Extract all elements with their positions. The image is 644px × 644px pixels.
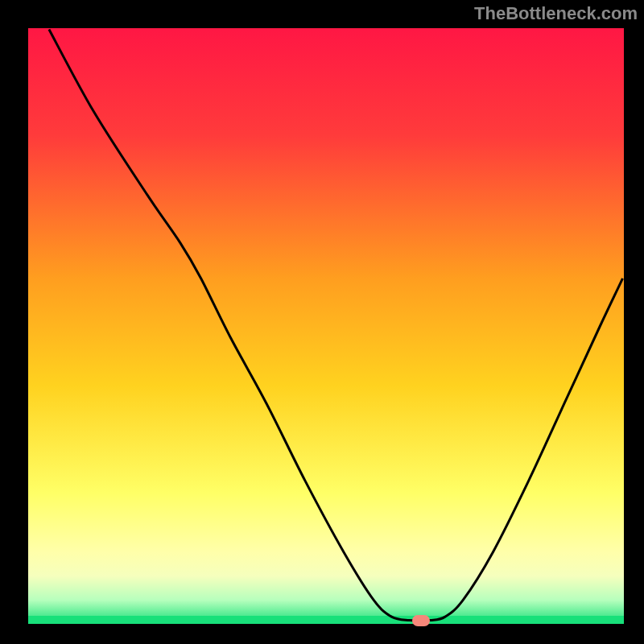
chart-svg [28,28,624,624]
gradient-background [28,28,624,624]
watermark-text: TheBottleneck.com [474,3,638,24]
chart-container: TheBottleneck.com [0,0,644,644]
optimal-marker [412,615,430,626]
baseline-strip [28,616,624,624]
plot-area [28,28,624,624]
